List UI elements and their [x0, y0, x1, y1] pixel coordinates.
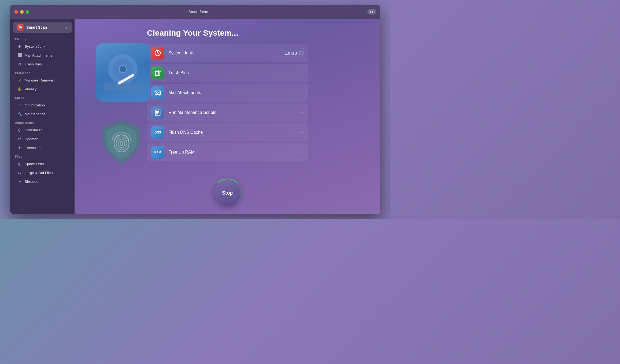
- system-junk-scan-icon: [151, 47, 164, 60]
- system-junk-status: 1.9 GB: [285, 51, 304, 55]
- scan-item-free-ram: RAM Free Up RAM ···: [147, 143, 308, 161]
- svg-rect-5: [156, 71, 160, 76]
- scan-item-maintenance-scripts: Run Maintenance Scripts ···: [147, 103, 308, 122]
- sidebar-badge: ↓: [66, 25, 68, 29]
- sidebar-item-malware-removal[interactable]: ☣ Malware Removal: [12, 76, 72, 84]
- scan-list: System Junk 1.9 GB: [147, 44, 308, 161]
- fullscreen-button[interactable]: [26, 10, 29, 14]
- sidebar-label-updater: Updater: [25, 137, 38, 141]
- sidebar-label-large-old-files: Large & Old Files: [25, 171, 53, 175]
- svg-rect-11: [155, 91, 160, 95]
- sidebar-label-shredder: Shredder: [25, 180, 40, 184]
- trash-bins-label: Trash Bins: [168, 70, 295, 75]
- sidebar-label-uninstaller: Uninstaller: [25, 128, 42, 132]
- shield-icon-decoration: [95, 115, 148, 169]
- sidebar-item-shredder[interactable]: ≡ Shredder: [12, 177, 72, 186]
- window-title: Smart Scan: [189, 10, 208, 14]
- section-label-cleanup: Cleanup: [10, 35, 75, 42]
- section-label-applications: Applications: [10, 118, 75, 125]
- mail-attachments-menu[interactable]: ···: [299, 90, 304, 95]
- space-lens-icon: ◎: [17, 161, 22, 166]
- section-label-speed: Speed: [10, 94, 75, 101]
- stop-button[interactable]: Stop: [214, 180, 241, 206]
- main-panel: Cleaning Your System... System Junk 1.9 …: [75, 19, 380, 214]
- window-menu-button[interactable]: [367, 9, 376, 14]
- flush-dns-menu[interactable]: ···: [299, 130, 304, 135]
- malware-icon: ☣: [17, 78, 22, 83]
- shredder-icon: ≡: [17, 179, 22, 184]
- smart-scan-icon: 📡: [17, 24, 24, 31]
- privacy-icon: ✋: [17, 87, 22, 91]
- sidebar-item-updater[interactable]: ↺ Updater: [12, 135, 72, 143]
- close-button[interactable]: [14, 10, 18, 14]
- sidebar-label-system-junk: System Junk: [25, 44, 45, 49]
- system-junk-icon: ⊙: [17, 44, 22, 49]
- trash-bins-scan-icon: [151, 66, 164, 79]
- sidebar-label-optimization: Optimization: [25, 103, 45, 107]
- app-window: Smart Scan 📡 Smart Scan ↓ Cleanup ⊙ Syst…: [10, 5, 380, 214]
- scan-item-mail-attachments: Mail Attachments ···: [147, 84, 308, 102]
- sidebar-item-maintenance[interactable]: 🔧 Maintenance: [12, 110, 72, 118]
- main-heading: Cleaning Your System...: [147, 28, 308, 38]
- large-files-icon: 🗂: [17, 170, 22, 175]
- main-content: 📡 Smart Scan ↓ Cleanup ⊙ System Junk ⬜ M…: [10, 19, 380, 214]
- section-label-files: Files: [10, 152, 75, 159]
- dot-icon: [372, 11, 373, 13]
- flush-dns-label: Flush DNS Cache: [168, 130, 295, 135]
- traffic-lights: [14, 10, 29, 14]
- loading-spinner: [299, 51, 304, 55]
- sidebar-item-space-lens[interactable]: ◎ Space Lens: [12, 159, 72, 168]
- sidebar-label-privacy: Privacy: [25, 87, 36, 91]
- sidebar-item-system-junk[interactable]: ⊙ System Junk: [12, 42, 72, 51]
- system-junk-label: System Junk: [168, 51, 280, 55]
- dot-icon: [370, 11, 371, 13]
- sidebar-label-maintenance: Maintenance: [25, 112, 45, 116]
- trash-bins-menu[interactable]: ···: [299, 70, 304, 75]
- sidebar-label-malware-removal: Malware Removal: [25, 78, 54, 82]
- sidebar-label-trash-bins: Trash Bins: [25, 62, 42, 66]
- free-ram-menu[interactable]: ···: [299, 150, 304, 155]
- sidebar-item-privacy[interactable]: ✋ Privacy: [12, 85, 72, 93]
- stop-button-container: Stop: [214, 180, 241, 206]
- section-label-protection: Protection: [10, 69, 75, 76]
- scan-item-system-junk: System Junk 1.9 GB: [147, 44, 308, 62]
- sidebar-item-large-old-files[interactable]: 🗂 Large & Old Files: [12, 168, 72, 177]
- disk-icon-decoration: [96, 43, 150, 102]
- scan-item-trash-bins: Trash Bins ···: [147, 64, 308, 82]
- sidebar: 📡 Smart Scan ↓ Cleanup ⊙ System Junk ⬜ M…: [10, 19, 75, 214]
- mail-attachments-scan-icon: [151, 86, 164, 99]
- sidebar-item-trash-bins[interactable]: ⊓ Trash Bins: [12, 60, 72, 68]
- minimize-button[interactable]: [20, 10, 24, 14]
- titlebar: Smart Scan: [10, 5, 380, 19]
- sidebar-label-extensions: Extensions: [25, 146, 42, 150]
- sidebar-item-extensions[interactable]: ✦ Extensions: [12, 143, 72, 152]
- sidebar-item-smart-scan[interactable]: 📡 Smart Scan ↓: [13, 22, 72, 33]
- maintenance-icon: 🔧: [17, 112, 22, 116]
- free-ram-scan-icon: RAM: [151, 146, 164, 159]
- optimization-icon: ⇅: [17, 103, 22, 107]
- sidebar-item-uninstaller[interactable]: ⬡ Uninstaller: [12, 126, 72, 134]
- maintenance-scripts-scan-icon: [151, 106, 164, 119]
- sidebar-active-label: Smart Scan: [26, 25, 63, 29]
- maintenance-scripts-menu[interactable]: ···: [299, 110, 304, 115]
- flush-dns-scan-icon: DNS: [151, 126, 164, 139]
- free-ram-label: Free Up RAM: [168, 150, 295, 155]
- system-junk-size: 1.9 GB: [285, 51, 297, 55]
- sidebar-label-space-lens: Space Lens: [25, 162, 44, 166]
- updater-icon: ↺: [17, 136, 22, 141]
- maintenance-scripts-label: Run Maintenance Scripts: [168, 110, 295, 115]
- uninstaller-icon: ⬡: [17, 128, 22, 132]
- sidebar-item-optimization[interactable]: ⇅ Optimization: [12, 101, 72, 109]
- scan-item-flush-dns: DNS Flush DNS Cache ···: [147, 123, 308, 142]
- sidebar-item-mail-attachments[interactable]: ⬜ Mail Attachments: [12, 51, 72, 60]
- sidebar-label-mail-attachments: Mail Attachments: [25, 53, 52, 57]
- trash-icon: ⊓: [17, 62, 22, 66]
- mail-icon: ⬜: [17, 53, 22, 58]
- extensions-icon: ✦: [17, 145, 22, 150]
- mail-attachments-label: Mail Attachments: [168, 90, 295, 95]
